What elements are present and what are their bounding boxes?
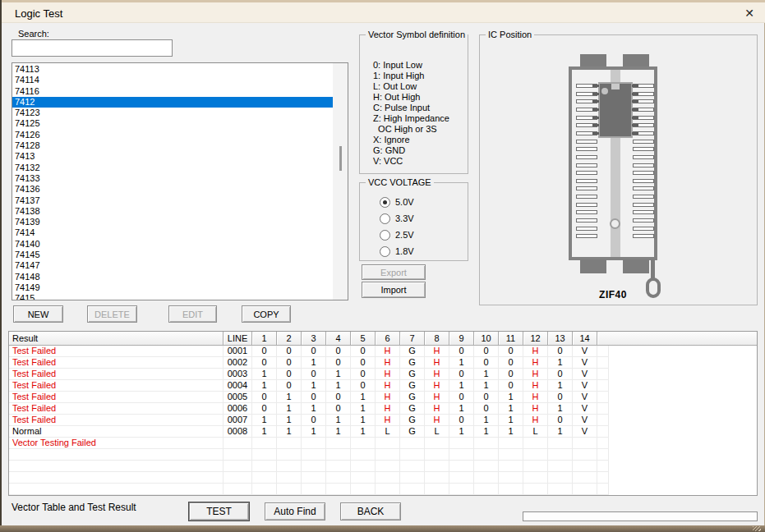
column-header[interactable]: Result [9, 332, 224, 346]
column-header[interactable]: 9 [449, 332, 474, 346]
list-item[interactable]: 74123 [12, 108, 333, 118]
table-row[interactable] [9, 449, 609, 461]
column-header[interactable]: 10 [474, 332, 499, 346]
auto-find-button[interactable]: Auto Find [265, 502, 325, 521]
vcc-voltage-groupbox: VCC VOLTAGE 5.0V3.3V2.5V1.8V [359, 182, 468, 261]
list-item[interactable]: 74140 [12, 239, 333, 250]
vector-cell [302, 472, 326, 484]
list-item[interactable]: 74139 [12, 217, 333, 227]
list-item[interactable]: 7412 [12, 97, 333, 108]
radio-icon[interactable] [380, 230, 390, 241]
search-input[interactable] [12, 39, 173, 57]
radio-icon[interactable] [380, 246, 390, 257]
list-item[interactable]: 7413 [12, 151, 333, 162]
back-button[interactable]: BACK [340, 502, 401, 521]
table-row[interactable] [9, 484, 609, 495]
table-row[interactable]: Test Failed000501001HGH001H0V [9, 392, 609, 403]
vector-cell: H [376, 380, 400, 392]
list-item[interactable]: 74128 [12, 140, 333, 151]
column-header[interactable]: 3 [302, 332, 326, 346]
list-item[interactable]: 74147 [12, 260, 333, 271]
vector-cell [499, 438, 523, 449]
list-item[interactable]: 74133 [12, 173, 333, 184]
edit-button[interactable]: EDIT [168, 305, 217, 323]
result-table-header[interactable]: ResultLINE1234567891011121314 [9, 332, 757, 346]
column-header[interactable]: 6 [376, 332, 400, 346]
vector-cell: 1 [326, 380, 351, 392]
chip-pin-icon [632, 100, 638, 103]
table-row[interactable] [9, 461, 609, 472]
radio-icon[interactable] [380, 213, 390, 224]
vector-cell: 1 [302, 380, 326, 392]
list-item[interactable]: 74116 [12, 86, 333, 97]
list-item[interactable]: 74126 [12, 130, 333, 140]
column-header[interactable]: 4 [326, 332, 351, 346]
column-header[interactable]: 5 [351, 332, 376, 346]
export-button[interactable]: Export [362, 264, 426, 280]
table-row[interactable]: Test Failed000601101HGH101H1V [9, 403, 609, 415]
column-header[interactable]: 7 [400, 332, 425, 346]
list-item[interactable]: 7414 [12, 227, 333, 238]
column-header[interactable]: 13 [548, 332, 573, 346]
filler-cell [597, 426, 609, 438]
list-item[interactable]: 74138 [12, 206, 333, 217]
import-button[interactable]: Import [362, 282, 426, 298]
vector-cell: 0 [326, 392, 351, 403]
list-scrollbar[interactable] [333, 63, 348, 300]
list-item[interactable]: 74136 [12, 184, 333, 195]
table-row[interactable]: Test Failed000410110HGH110H1V [9, 380, 609, 392]
list-item[interactable]: 74145 [12, 250, 333, 260]
vector-cell: 0 [548, 369, 573, 380]
radio-icon[interactable] [380, 197, 390, 208]
table-row[interactable]: Test Failed000310010HGH010H0V [9, 369, 609, 380]
vector-cell: 1 [302, 357, 326, 369]
column-header[interactable]: 2 [277, 332, 302, 346]
column-header[interactable]: 1 [252, 332, 277, 346]
result-cell: Test Failed [9, 380, 224, 392]
resize-grip-icon[interactable] [753, 526, 761, 531]
vcc-option-1.8v[interactable]: 1.8V [380, 245, 414, 257]
close-icon[interactable]: ✕ [738, 4, 761, 21]
list-item[interactable]: 74148 [12, 272, 333, 282]
result-table[interactable]: ResultLINE1234567891011121314 Test Faile… [8, 331, 758, 496]
vector-cell [474, 461, 499, 472]
vector-cell [449, 449, 474, 461]
list-item[interactable]: 74114 [12, 75, 333, 85]
test-button[interactable]: TEST [189, 502, 249, 521]
vcc-option-3.3v[interactable]: 3.3V [380, 213, 414, 224]
table-row[interactable]: Test Failed000711011HGH011H0V [9, 415, 609, 426]
table-row[interactable]: Test Failed000200100HGH100H1V [9, 357, 609, 369]
column-header[interactable]: LINE [224, 332, 252, 346]
list-item[interactable]: 7415 [12, 293, 333, 300]
column-header[interactable]: 14 [573, 332, 597, 346]
table-row[interactable]: Normal000811111LGL111L1V [9, 426, 609, 438]
vcc-option-2.5v[interactable]: 2.5V [380, 229, 414, 241]
titlebar[interactable] [2, 2, 765, 23]
list-item[interactable]: 74137 [12, 195, 333, 206]
pin-slot-left-icon [576, 227, 597, 231]
filler-cell [597, 472, 609, 484]
result-cell [9, 484, 224, 495]
chip-pin-icon [592, 117, 599, 119]
vector-cell: 1 [277, 392, 302, 403]
table-row[interactable]: Vector Testing Failed [9, 438, 609, 449]
list-item[interactable]: 74132 [12, 163, 333, 173]
copy-button[interactable]: COPY [242, 305, 291, 323]
table-row[interactable] [9, 472, 609, 484]
ic-list[interactable]: 7411374114741167412741237412574126741287… [12, 62, 348, 300]
vector-cell: H [425, 346, 449, 357]
table-row[interactable]: Test Failed000100000HGH000H0V [9, 346, 609, 357]
list-item[interactable]: 74113 [12, 64, 333, 75]
new-button[interactable]: NEW [13, 305, 63, 323]
list-item[interactable]: 74149 [12, 282, 333, 293]
list-item[interactable]: 74125 [12, 118, 333, 129]
column-header[interactable]: 8 [425, 332, 449, 346]
vector-cell [400, 472, 425, 484]
vector-cell: 1 [474, 380, 499, 392]
column-header[interactable]: 11 [499, 332, 523, 346]
vector-cell: 1 [326, 415, 351, 426]
column-header[interactable]: 12 [523, 332, 548, 346]
delete-button[interactable]: DELETE [87, 305, 137, 323]
scrollbar-thumb[interactable] [339, 146, 342, 171]
vcc-option-5.0v[interactable]: 5.0V [380, 196, 414, 208]
